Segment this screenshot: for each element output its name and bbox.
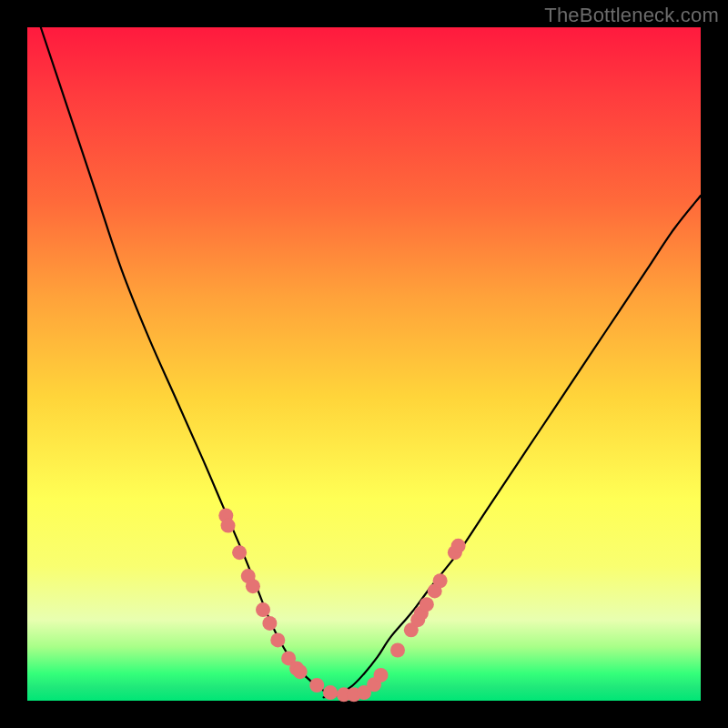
chart-frame: TheBottleneck.com	[0, 0, 728, 728]
data-dot	[374, 668, 389, 682]
data-dot	[420, 597, 434, 612]
data-dot	[309, 678, 324, 693]
data-dot	[270, 632, 285, 647]
curve-right-curve	[324, 196, 701, 697]
plot-area	[27, 27, 701, 701]
data-dot	[256, 602, 270, 617]
curve-left-curve	[41, 27, 350, 697]
curve-group	[41, 27, 701, 697]
curves-svg	[27, 27, 701, 701]
data-dot	[221, 519, 236, 533]
data-dot	[433, 573, 448, 588]
data-dot	[293, 664, 308, 679]
data-dot	[262, 616, 277, 631]
data-dot	[390, 643, 405, 658]
data-dot	[451, 539, 466, 553]
data-dot	[232, 545, 247, 560]
data-dot	[323, 685, 338, 700]
watermark-text: TheBottleneck.com	[544, 4, 719, 27]
dot-group	[218, 509, 465, 703]
data-dot	[246, 579, 260, 593]
